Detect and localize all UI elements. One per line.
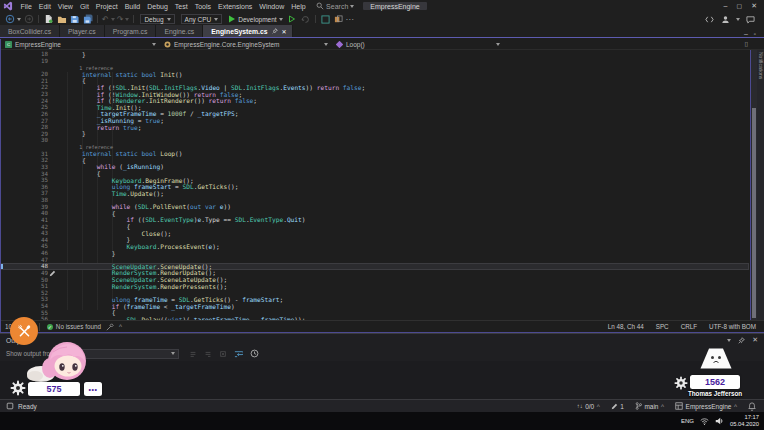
character-name-label: Thomas Jefferson [680, 390, 750, 397]
left-gear-icon[interactable] [10, 380, 26, 396]
check-icon: ✓ [47, 324, 53, 330]
menu-edit[interactable]: Edit [35, 3, 54, 10]
menu-help[interactable]: Help [288, 3, 309, 10]
type-dropdown[interactable]: EmpressEngine.Core.EngineSystem [164, 41, 332, 48]
word-wrap-icon[interactable] [234, 349, 243, 358]
repository-status[interactable]: EmpressEngine ^ [675, 402, 737, 410]
code-line-56[interactable]: 56 SDL.Delay((uint)(_targetFrameTime - f… [1, 316, 749, 320]
history-clock-icon[interactable] [250, 349, 259, 358]
live-share-button[interactable] [704, 14, 715, 25]
git-sync-status[interactable]: ↑↓ 0/0 ^ [577, 403, 600, 410]
start-without-debugging-button[interactable] [287, 14, 298, 25]
toolbar-overflow-button[interactable]: ⋯ [346, 15, 354, 24]
document-health-indicator[interactable]: ✓ No issues found [47, 323, 101, 330]
clear-all-icon[interactable] [219, 350, 227, 358]
start-debugging-button[interactable]: Development [228, 15, 282, 23]
navigate-back-button[interactable] [4, 14, 15, 25]
solution-configuration-dropdown[interactable]: Debug [140, 14, 174, 24]
new-file-button[interactable] [43, 14, 54, 25]
code-line-19[interactable]: 19 [1, 58, 749, 65]
user-account-avatar[interactable] [720, 14, 731, 25]
code-line-18[interactable]: 18 } [1, 51, 749, 58]
system-clock[interactable]: 17:17 05.04.2020 [730, 414, 759, 428]
undo-button[interactable]: ↶ [102, 15, 109, 24]
solution-platform-dropdown[interactable]: Any CPU [181, 14, 223, 24]
right-gear-icon[interactable] [674, 376, 688, 390]
wifi-icon[interactable] [700, 418, 709, 425]
menu-debug[interactable]: Debug [144, 3, 172, 10]
float-panel-icon[interactable]: ▫ [754, 31, 756, 37]
menu-test[interactable]: Test [171, 3, 191, 10]
code-line-33[interactable]: 33 while (_isRunning) [1, 164, 749, 171]
menu-build[interactable]: Build [121, 3, 144, 10]
menu-tools[interactable]: Tools [191, 3, 214, 10]
git-branch-status[interactable]: main ^ [635, 402, 664, 410]
chevron-down-icon[interactable] [727, 339, 731, 342]
tab-player-cs[interactable]: Player.cs [60, 25, 105, 37]
code-line-46[interactable]: 46 } [1, 250, 749, 257]
code-editor[interactable]: 18 }19 1 reference20 internal static boo… [1, 50, 764, 320]
tab-enginesystem-cs[interactable]: EngineSystem.cs✕ [203, 25, 292, 37]
chevron-down-icon [350, 5, 354, 8]
code-line-37[interactable]: 37 Time.Update(); [1, 190, 749, 197]
vertical-scrollbar[interactable] [750, 50, 757, 320]
notifications-bell-icon[interactable] [748, 402, 756, 411]
line-number: 41 [1, 217, 57, 223]
maximize-button[interactable]: ▢ [736, 2, 742, 10]
previous-message-icon[interactable] [189, 350, 197, 358]
project-dropdown[interactable]: C EmpressEngine [5, 41, 160, 48]
menu-extensions[interactable]: Extensions [215, 3, 256, 10]
keyboard-language-indicator[interactable]: ENG [681, 418, 694, 424]
menu-git[interactable]: Git [76, 3, 92, 10]
search-label: Search [326, 3, 348, 10]
tab-engine-cs[interactable]: Engine.cs [156, 25, 203, 37]
solution-explorer-sync-button[interactable] [333, 14, 344, 25]
code-line-31[interactable]: 31 internal static bool Loop() [1, 150, 749, 157]
member-dropdown[interactable]: Loop() [336, 41, 504, 48]
next-message-icon[interactable] [204, 350, 212, 358]
notifications-tab[interactable]: Notifications [757, 50, 764, 320]
output-content[interactable] [0, 361, 764, 399]
menu-view[interactable]: View [54, 3, 76, 10]
line-ending[interactable]: CRLF [681, 323, 697, 330]
minimize-button[interactable]: – [724, 2, 728, 10]
redo-button[interactable]: ↷ [117, 15, 124, 24]
close-tab-icon[interactable]: ✕ [282, 28, 287, 35]
close-panel-icon[interactable]: ✕ [752, 336, 758, 344]
save-button[interactable] [69, 14, 80, 25]
chevron-down-icon[interactable] [17, 18, 21, 21]
find-in-files-button[interactable] [320, 14, 331, 25]
overlay-menu-button[interactable]: ••• [84, 382, 102, 396]
code-line-30[interactable]: 30 [1, 137, 749, 144]
background-tasks-icon[interactable] [6, 402, 14, 410]
code-cleanup-icon[interactable] [106, 323, 114, 331]
hot-reload-button[interactable] [300, 14, 311, 25]
code-line-51[interactable]: 51 RenderSystem.RenderPressents(); [1, 283, 749, 290]
volume-icon[interactable] [715, 417, 724, 425]
menu-window[interactable]: Window [256, 3, 288, 10]
caret-position[interactable]: Ln 48, Ch 44 [608, 323, 644, 330]
code-line-28[interactable]: 28 return true; [1, 124, 749, 131]
search-control[interactable]: Search [316, 2, 354, 10]
scrollbar-thumb[interactable] [752, 108, 756, 318]
encoding[interactable]: UTF-8 with BOM [709, 323, 756, 330]
open-folder-button[interactable] [56, 14, 67, 25]
indent-mode[interactable]: SPC [656, 323, 669, 330]
send-feedback-button[interactable] [745, 14, 756, 25]
minimize-panel-icon[interactable]: – [744, 30, 748, 37]
menu-project[interactable]: Project [92, 3, 121, 10]
split-window-icon[interactable]: ▯ [744, 40, 764, 48]
pin-tab-icon[interactable] [272, 28, 278, 34]
menu-file[interactable]: File [17, 3, 35, 10]
code-line-20[interactable]: 20 internal static bool Init() [1, 71, 749, 78]
tab-program-cs[interactable]: Program.cs [105, 25, 157, 37]
chevron-down-icon[interactable] [736, 18, 740, 21]
pending-edits-status[interactable]: 1 [611, 403, 624, 410]
code-line-29[interactable]: 29 } [1, 131, 749, 138]
pin-icon[interactable] [738, 337, 745, 344]
save-all-button[interactable] [82, 14, 93, 25]
caret-up-icon[interactable]: ^ [119, 323, 122, 330]
close-button[interactable]: ✕ [751, 2, 757, 10]
tab-boxcollider-cs[interactable]: BoxCollider.cs [0, 25, 60, 37]
navigate-forward-button[interactable] [23, 14, 34, 25]
